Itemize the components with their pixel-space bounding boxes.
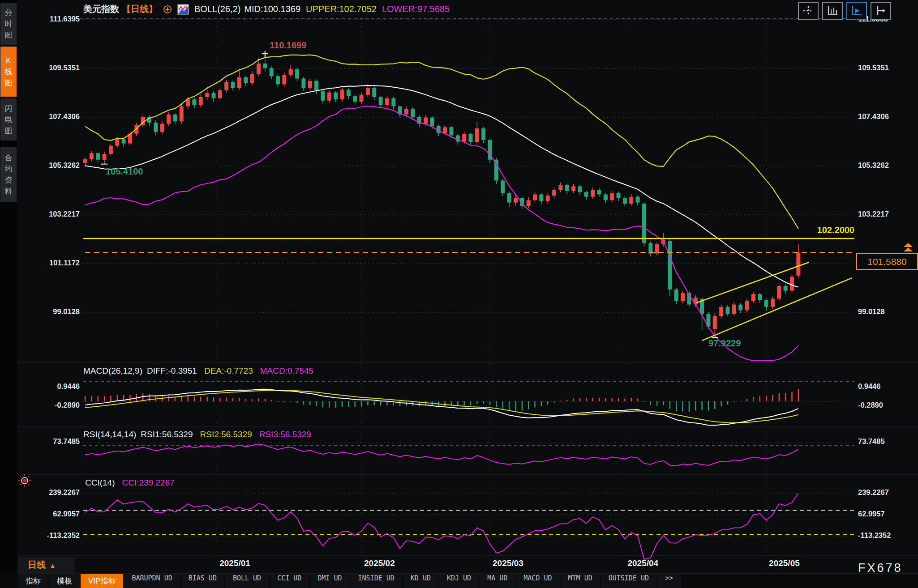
main-low-annotation: 97.9229	[708, 338, 741, 349]
tab-指标[interactable]: 指标	[18, 574, 48, 588]
macd-indicator-row: MACD(26,12,9) DIFF:-0.3951 DEA:-0.7723 M…	[83, 366, 313, 376]
period-tag: 【日线】	[122, 3, 158, 15]
add-indicator-icon[interactable]	[163, 5, 172, 14]
chart-header: 美元指数 【日线】 BOLL(26,2) MID:100.1369 UPPER:…	[83, 3, 450, 15]
macd-diff: DIFF:-0.3951	[147, 366, 197, 376]
candlestick-chart[interactable]	[0, 0, 918, 588]
tab-MACD_UD[interactable]: MACD_UD	[516, 574, 559, 588]
tab-KDJ_UD[interactable]: KDJ_UD	[439, 574, 479, 588]
tab-INSIDE_UD[interactable]: INSIDE_UD	[351, 574, 402, 588]
bar-scale-icon[interactable]	[822, 2, 843, 20]
play-scale-icon[interactable]	[846, 2, 867, 20]
cci-value: CCI:239.2267	[122, 478, 175, 488]
tab-DMI_UD[interactable]: DMI_UD	[310, 574, 349, 588]
axis-shift-icon[interactable]	[871, 2, 891, 20]
hline-price-label: 102.2000	[789, 225, 854, 235]
tab-MTM_UD[interactable]: MTM_UD	[561, 574, 600, 588]
chart-toolbar	[798, 2, 891, 20]
boll-upper: UPPER:102.7052	[306, 4, 377, 14]
period-label: 日线	[28, 560, 46, 570]
tab-BIAS_UD[interactable]: BIAS_UD	[181, 574, 224, 588]
rsi-2: RSI2:56.5329	[200, 430, 252, 439]
brand-watermark: FX678	[858, 561, 903, 575]
tab-MA_UD[interactable]: MA_UD	[480, 574, 515, 588]
price-up-arrows-icon	[903, 243, 914, 253]
tab-CCI_UD[interactable]: CCI_UD	[270, 574, 309, 588]
cci-label: CCI(14)	[85, 478, 115, 488]
tab-模板[interactable]: 模板	[49, 574, 80, 588]
cci-indicator-row: CCI(14) CCI:239.2267	[85, 478, 175, 488]
tab-BOLL_UD[interactable]: BOLL_UD	[225, 574, 269, 588]
high-price-annotation: 110.1699	[270, 40, 306, 51]
boll-mid: MID:100.1369	[244, 4, 300, 14]
tab->>[interactable]: >>	[657, 574, 681, 588]
period-selector[interactable]: 日线▲	[18, 557, 75, 573]
pan-icon[interactable]	[798, 2, 819, 20]
trading-terminal: 分时图K线图闪电图合约资料 111.6395111.6395109.535110…	[0, 0, 918, 588]
tab-BARUPDN_UD[interactable]: BARUPDN_UD	[124, 574, 180, 588]
indicator-tab-bar: 指标模板VIP指标BARUPDN_UDBIAS_UDBOLL_UDCCI_UDD…	[0, 574, 918, 588]
boll-label: BOLL(26,2)	[194, 4, 240, 14]
rsi-indicator-row: RSI(14,14,14) RSI1:56.5329 RSI2:56.5329 …	[83, 430, 311, 439]
macd-label: MACD(26,12,9)	[83, 366, 142, 376]
tab-VIP指标[interactable]: VIP指标	[81, 574, 123, 588]
tab-KD_UD[interactable]: KD_UD	[403, 574, 438, 588]
symbol-title: 美元指数	[83, 3, 119, 15]
last-price-box: 101.5880	[856, 253, 918, 270]
boll-lower: LOWER:97.5685	[382, 4, 450, 14]
macd-dea: DEA:-0.7723	[204, 366, 253, 376]
rsi-3: RSI3:56.5329	[259, 430, 311, 439]
rsi-label: RSI(14,14,14)	[83, 430, 136, 439]
macd-macd: MACD:0.7545	[260, 366, 313, 376]
alert-dot-icon	[18, 474, 31, 487]
chevron-up-icon: ▲	[49, 562, 56, 569]
tab-OUTSIDE_UD[interactable]: OUTSIDE_UD	[601, 574, 656, 588]
rsi-1: RSI1:56.5329	[141, 430, 193, 439]
early-low-annotation: 105.4100	[106, 166, 143, 177]
chart-type-icon[interactable]	[177, 4, 189, 15]
